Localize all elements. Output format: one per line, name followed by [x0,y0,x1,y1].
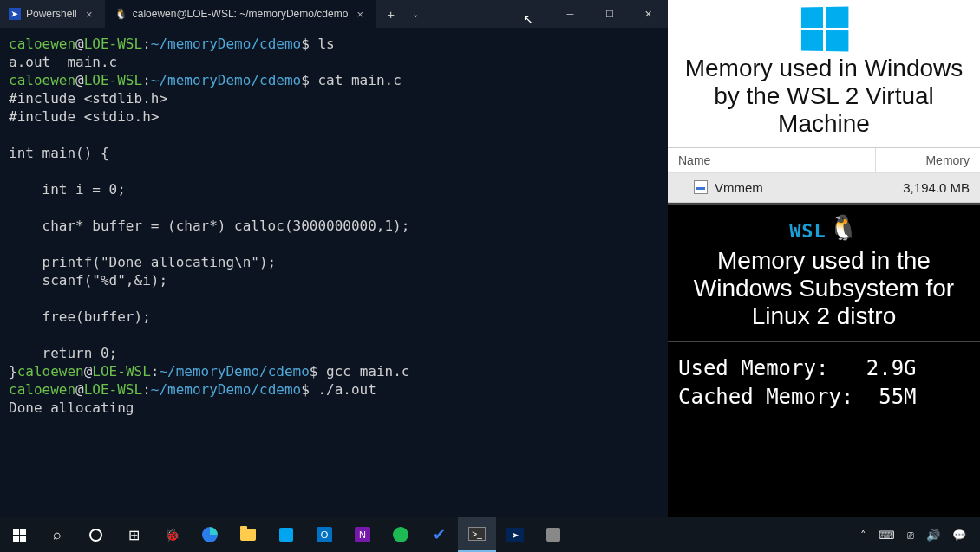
terminal-output[interactable]: caloewen@LOE-WSL:~/memoryDemo/cdemo$ ls … [0,28,668,517]
taskbar-todo[interactable]: ✔ [420,517,458,552]
process-memory: 3,194.0 MB [876,173,980,202]
taskbar: ⌕ ⊞ 🐞 O N ✔ >_ ➤ ˄ ⌨ ⎚ 🔊 💬 [0,517,980,552]
minimize-button[interactable]: ─ [551,0,590,28]
taskbar-app[interactable] [534,517,572,552]
tab-wsl[interactable]: 🐧 caloewen@LOE-WSL: ~/memoryDemo/cdemo × [106,0,377,28]
taskbar-explorer[interactable] [229,517,267,552]
wsl-logo-icon: WSL 🐧 [789,213,859,242]
tab-label: caloewen@LOE-WSL: ~/memoryDemo/cdemo [133,8,349,20]
process-name: Vmmem [715,180,763,195]
task-view-button[interactable]: ⊞ [114,517,153,552]
cortana-button[interactable] [76,517,114,552]
start-button[interactable] [0,517,38,552]
process-row[interactable]: Vmmem 3,194.0 MB [668,173,980,203]
tab-powershell[interactable]: ➤ Powershell × [0,0,106,28]
wsl-panel-title: Memory used in the Windows Subsystem for… [676,247,971,331]
new-tab-button[interactable]: + [376,7,405,22]
close-button[interactable]: ✕ [629,0,668,28]
terminal-window: ➤ Powershell × 🐧 caloewen@LOE-WSL: ~/mem… [0,0,668,517]
tux-icon: 🐧 [114,8,127,20]
taskbar-onenote[interactable]: N [343,517,382,552]
column-name[interactable]: Name [668,148,876,172]
windows-panel-title: Memory used in Windows by the WSL 2 Virt… [676,55,971,139]
tab-label: Powershell [26,8,77,20]
powershell-icon: ➤ [9,8,21,20]
tab-close-icon[interactable]: × [353,8,367,21]
maximize-button[interactable]: ☐ [590,0,629,28]
taskbar-app[interactable] [267,517,305,552]
tray-notifications-icon[interactable]: 💬 [952,529,966,542]
window-titlebar: ➤ Powershell × 🐧 caloewen@LOE-WSL: ~/mem… [0,0,668,28]
process-table-header: Name Memory [668,148,980,173]
process-icon [694,180,708,194]
taskbar-spotify[interactable] [382,517,420,552]
search-button[interactable]: ⌕ [38,517,76,552]
taskbar-outlook[interactable]: O [305,517,343,552]
tray-wifi-icon[interactable]: ⎚ [907,529,914,542]
linux-memory-readout: Used Memory: 2.9G Cached Memory: 55M [668,342,980,423]
tab-dropdown-icon[interactable]: ⌄ [405,10,426,19]
wsl-memory-panel: WSL 🐧 Memory used in the Windows Subsyst… [668,203,980,343]
side-panels: Memory used in Windows by the WSL 2 Virt… [668,0,980,517]
taskbar-app[interactable]: 🐞 [153,517,191,552]
tux-icon: 🐧 [828,213,859,242]
tray-chevron-icon[interactable]: ˄ [860,529,866,542]
taskbar-edge[interactable] [191,517,229,552]
system-tray[interactable]: ˄ ⌨ ⎚ 🔊 💬 [846,529,980,542]
tray-keyboard-icon[interactable]: ⌨ [879,529,895,542]
tray-volume-icon[interactable]: 🔊 [926,529,940,542]
windows-logo-icon [800,6,847,51]
tab-close-icon[interactable]: × [82,8,96,21]
column-memory[interactable]: Memory [876,148,980,172]
taskbar-powershell[interactable]: ➤ [496,517,534,552]
windows-memory-panel: Memory used in Windows by the WSL 2 Virt… [668,0,980,148]
taskbar-terminal[interactable]: >_ [458,517,496,552]
